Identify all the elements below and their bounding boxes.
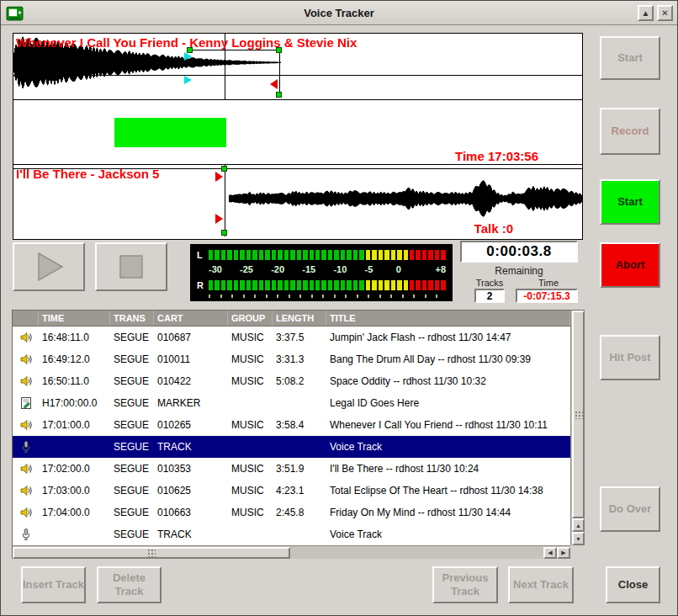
cell-group: MUSIC <box>228 463 273 475</box>
meter-segment <box>410 250 414 260</box>
meter-segment <box>278 250 282 260</box>
cell-time: 16:48:11.0 <box>39 332 110 343</box>
record-button[interactable]: Record <box>600 108 660 155</box>
start-marker-top-icon[interactable] <box>215 172 223 182</box>
abort-button[interactable]: Abort <box>600 242 660 288</box>
start-track2-button[interactable]: Start <box>600 179 660 225</box>
fade-region-line <box>190 50 280 50</box>
vertical-scrollbar[interactable]: ▲ ▼ <box>570 311 585 545</box>
row-type-icon-cell <box>13 396 39 410</box>
meter-segment <box>328 250 332 260</box>
delete-track-button[interactable]: Delete Track <box>97 566 162 603</box>
log-row[interactable]: 17:03:00.0 SEGUE 010625 MUSIC 4:23.1 Tot… <box>13 480 570 502</box>
header-time[interactable]: TIME <box>39 311 110 326</box>
cell-title: Legal ID Goes Here <box>326 397 570 409</box>
log-row[interactable]: 16:49:12.0 SEGUE 010011 MUSIC 3:31.3 Ban… <box>13 348 570 370</box>
meter-segment <box>422 280 426 290</box>
header-length[interactable]: LENGTH <box>273 311 326 326</box>
close-button[interactable]: Close <box>606 566 660 603</box>
cell-cart: 010687 <box>154 332 228 343</box>
log-view: TIME TRANS CART GROUP LENGTH TITLE <box>13 311 570 545</box>
scroll-right-icon[interactable]: ▶ <box>557 547 570 559</box>
meter-right-label: R <box>197 280 209 290</box>
horizontal-scrollbar[interactable]: ◀ ▶ <box>13 545 570 559</box>
cell-group: MUSIC <box>228 332 273 343</box>
cell-time: 16:49:12.0 <box>39 353 110 365</box>
header-trans[interactable]: TRANS <box>110 311 154 326</box>
log-row[interactable]: 17:04:00.0 SEGUE 010663 MUSIC 2:45.8 Fri… <box>13 502 570 523</box>
meter-segment <box>441 250 445 260</box>
cell-time: 17:03:00.0 <box>39 485 110 497</box>
row-type-icon-cell <box>13 353 39 366</box>
meter-segment <box>303 250 307 260</box>
log-row[interactable]: 17:02:00.0 SEGUE 010353 MUSIC 3:51.9 I'l… <box>13 458 570 480</box>
waveform-lane-voicetrack[interactable]: Time 17:03:56 <box>13 100 582 165</box>
next-start-top-handle[interactable] <box>221 166 227 172</box>
cell-time: 17:02:00.0 <box>39 463 110 475</box>
cell-title: Total Eclipse Of The Heart -- rdhost 11/… <box>326 485 570 497</box>
hit-post-button[interactable]: Hit Post <box>600 335 660 380</box>
segue-end-handle[interactable] <box>276 92 282 98</box>
remaining-tracks-label: Tracks <box>460 278 519 288</box>
meter-segment <box>341 280 345 290</box>
waveform-lane-current[interactable]: Whenever I Call You Friend - Kenny Loggi… <box>13 34 582 100</box>
meter-segment <box>379 250 383 260</box>
log-row[interactable]: SEGUE TRACK Voice Track <box>13 436 570 458</box>
shade-window-icon[interactable]: ▲ <box>638 5 654 21</box>
meter-segment <box>384 280 389 290</box>
meter-segment <box>240 280 244 290</box>
fade-end-handle[interactable] <box>276 47 282 53</box>
log-row[interactable]: H17:00:00.0 SEGUE MARKER Legal ID Goes H… <box>13 392 570 414</box>
horizontal-scrollbar-thumb[interactable] <box>13 547 290 559</box>
scroll-up-icon[interactable]: ▲ <box>572 518 585 532</box>
start-marker-bottom-icon[interactable] <box>215 214 223 224</box>
meter-segment <box>290 250 294 260</box>
meter-segment <box>397 280 401 290</box>
meter-segment <box>227 250 231 260</box>
waveform-lane-next[interactable]: I'll Be There - Jackson 5 Talk :0 <box>13 165 582 236</box>
talk-start-marker-icon[interactable] <box>184 52 192 61</box>
grip-dots-icon <box>575 411 583 419</box>
close-window-icon[interactable]: ✕ <box>657 5 673 21</box>
log-row[interactable]: 16:50:11.0 SEGUE 010422 MUSIC 5:08.2 Spa… <box>13 370 570 392</box>
stop-button[interactable] <box>95 242 167 291</box>
titlebar[interactable]: Voice Tracker ▲ ✕ <box>1 1 677 25</box>
meter-segment <box>372 250 376 260</box>
next-start-bottom-handle[interactable] <box>221 230 227 236</box>
cell-title: Jumpin' Jack Flash -- rdhost 11/30 14:47 <box>326 332 570 343</box>
waveform-panel: Whenever I Call You Friend - Kenny Loggi… <box>13 33 583 240</box>
meter-segment <box>353 250 358 260</box>
insert-track-button[interactable]: Insert Track <box>21 566 86 603</box>
header-cart[interactable]: CART <box>154 311 228 326</box>
next-track-button[interactable]: Next Track <box>508 566 574 603</box>
vertical-scrollbar-thumb[interactable] <box>572 311 585 518</box>
next-start-line <box>225 165 225 236</box>
meter-segment <box>234 280 238 290</box>
cell-group: MUSIC <box>228 485 273 497</box>
speaker-icon <box>19 418 33 432</box>
cell-length: 3:37.5 <box>273 332 326 343</box>
talk-end-marker-icon[interactable] <box>184 76 192 84</box>
do-over-button[interactable]: Do Over <box>600 486 660 532</box>
scroll-down-icon[interactable]: ▼ <box>572 532 585 545</box>
log-row[interactable]: 16:48:11.0 SEGUE 010687 MUSIC 3:37.5 Jum… <box>13 327 570 348</box>
meter-segment <box>341 250 345 260</box>
start-track1-button[interactable]: Start <box>600 36 660 80</box>
scroll-left-icon[interactable]: ◀ <box>543 547 557 559</box>
segue-marker-icon[interactable] <box>270 79 278 89</box>
meter-segment <box>259 250 263 260</box>
play-button[interactable] <box>13 242 85 291</box>
header-group[interactable]: GROUP <box>228 311 273 326</box>
header-title[interactable]: TITLE <box>326 311 570 326</box>
row-type-icon-cell <box>13 528 39 541</box>
log-row[interactable]: SEGUE TRACK Voice Track <box>13 523 570 545</box>
meter-segment <box>404 280 408 290</box>
previous-track-button[interactable]: Previous Track <box>432 566 498 603</box>
voice-track-region[interactable] <box>114 118 225 148</box>
meter-segment <box>435 280 439 290</box>
log-row[interactable]: 17:01:00.0 SEGUE 010265 MUSIC 3:58.4 Whe… <box>13 414 570 436</box>
cell-title: Whenever I Call You Friend -- rdhost 11/… <box>326 419 570 431</box>
microphone-icon <box>19 528 33 541</box>
meter-segment <box>428 250 432 260</box>
meter-segment <box>328 280 332 290</box>
